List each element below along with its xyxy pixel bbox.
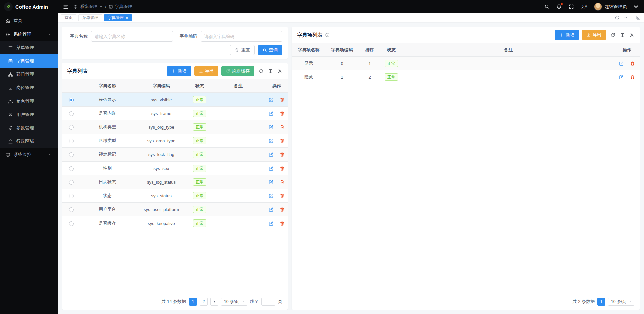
sidebar-item-system-management[interactable]: 系统管理 <box>0 27 58 41</box>
roles-icon <box>8 99 13 104</box>
edit-icon[interactable] <box>269 221 274 226</box>
refresh-table-icon[interactable] <box>610 33 615 38</box>
table-gear-icon[interactable] <box>629 33 634 38</box>
delete-icon[interactable] <box>280 166 285 171</box>
sidebar-item-param-management[interactable]: 参数管理 <box>0 121 58 135</box>
row-radio-button[interactable] <box>69 98 74 102</box>
dict-name-input[interactable] <box>91 31 173 42</box>
page-size-select[interactable]: 10 条/页 <box>221 298 247 306</box>
sidebar-item-menu-management[interactable]: 菜单管理 <box>0 41 58 54</box>
sidebar-item-system-monitor[interactable]: 系统监控 <box>0 148 58 162</box>
delete-icon[interactable] <box>280 111 285 116</box>
row-radio-button[interactable] <box>69 125 74 130</box>
dict-table-row[interactable]: 是否内嵌 sys_frame 正常 <box>62 107 288 120</box>
delete-icon[interactable] <box>630 75 635 80</box>
chevron-down-icon <box>241 300 244 303</box>
edit-icon[interactable] <box>269 111 274 116</box>
app-logo[interactable]: Coffee Admin <box>0 0 58 13</box>
settings-gear-icon[interactable] <box>633 4 639 9</box>
query-button[interactable]: 查询 <box>258 45 282 55</box>
search-icon[interactable] <box>544 4 550 9</box>
dict-table-row[interactable]: 区域类型 sys_area_type 正常 <box>62 134 288 148</box>
row-radio-button[interactable] <box>69 194 74 198</box>
tab-menu-management[interactable]: 菜单管理 <box>78 14 102 21</box>
sidebar-item-dict-management[interactable]: 字典管理 <box>0 54 58 68</box>
row-radio-button[interactable] <box>69 166 74 171</box>
delete-icon[interactable] <box>280 180 285 185</box>
edit-icon[interactable] <box>269 138 274 143</box>
edit-icon[interactable] <box>619 61 624 66</box>
content-fullscreen-icon[interactable] <box>636 15 641 20</box>
dict-table-row[interactable]: 锁定标记 sys_lock_flag 正常 <box>62 148 288 162</box>
column-settings-icon[interactable] <box>620 33 625 38</box>
row-radio-button[interactable] <box>69 180 74 185</box>
dict-table-row[interactable]: 状态 sys_status 正常 <box>62 189 288 203</box>
table-gear-icon[interactable] <box>277 69 282 74</box>
delete-icon[interactable] <box>280 125 285 130</box>
sidebar-item-role-management[interactable]: 角色管理 <box>0 95 58 108</box>
delete-icon[interactable] <box>280 152 285 157</box>
dict-table-row[interactable]: 日志状态 sys_log_status 正常 <box>62 175 288 189</box>
edit-icon[interactable] <box>269 152 274 157</box>
dict-item-table-row[interactable]: 隐藏 1 2 正常 <box>292 70 640 84</box>
page-suffix: 页 <box>278 299 282 305</box>
next-page-button[interactable] <box>210 298 218 306</box>
row-radio-button[interactable] <box>69 207 74 212</box>
close-icon[interactable]: × <box>126 16 128 20</box>
breadcrumb-page[interactable]: 字典管理 <box>109 4 132 10</box>
add-dict-button[interactable]: 新增 <box>167 66 191 76</box>
row-radio-button[interactable] <box>69 152 74 157</box>
sidebar-item-user-management[interactable]: 用户管理 <box>0 108 58 121</box>
sidebar-item-admin-region[interactable]: 行政区域 <box>0 135 58 148</box>
dict-item-table-row[interactable]: 显示 0 1 正常 <box>292 57 640 70</box>
user-menu[interactable]: 超级管理员 <box>594 3 627 11</box>
dict-table-row[interactable]: 是否显示 sys_visible 正常 <box>62 93 288 107</box>
dict-table-row[interactable]: 性别 sys_sex 正常 <box>62 162 288 175</box>
refresh-cache-button[interactable]: 刷新缓存 <box>221 66 254 76</box>
tab-dict-management[interactable]: 字典管理 × <box>104 14 132 21</box>
refresh-icon[interactable] <box>615 15 620 20</box>
notifications-button[interactable] <box>556 4 562 9</box>
edit-icon[interactable] <box>269 166 274 171</box>
page-size-select[interactable]: 10 条/页 <box>608 298 634 306</box>
export-dict-button[interactable]: 导出 <box>194 66 218 76</box>
page-button-1[interactable]: 1 <box>189 298 197 306</box>
delete-icon[interactable] <box>280 138 285 143</box>
sidebar-item-post-management[interactable]: 岗位管理 <box>0 81 58 95</box>
delete-icon[interactable] <box>280 221 285 226</box>
delete-icon[interactable] <box>280 193 285 198</box>
row-radio-button[interactable] <box>69 111 74 116</box>
edit-icon[interactable] <box>269 207 274 212</box>
row-radio-button[interactable] <box>69 221 74 226</box>
dict-table-row[interactable]: 用户平台 sys_user_platform 正常 <box>62 203 288 216</box>
delete-icon[interactable] <box>280 207 285 212</box>
sidebar-item-dept-management[interactable]: 部门管理 <box>0 68 58 81</box>
edit-icon[interactable] <box>269 180 274 185</box>
dict-table-row[interactable]: 机构类型 sys_org_type 正常 <box>62 120 288 134</box>
edit-icon[interactable] <box>269 193 274 198</box>
monitor-icon <box>5 152 10 158</box>
refresh-table-icon[interactable] <box>259 69 264 74</box>
chevron-down-icon[interactable] <box>624 16 628 20</box>
page-button-2[interactable]: 2 <box>200 298 208 306</box>
add-dict-item-button[interactable]: 新增 <box>555 30 579 40</box>
delete-icon[interactable] <box>280 97 285 102</box>
dict-code-input[interactable] <box>201 31 283 42</box>
row-radio-button[interactable] <box>69 139 74 143</box>
jump-page-input[interactable] <box>261 298 275 306</box>
page-button-1[interactable]: 1 <box>597 298 605 306</box>
dict-table-row[interactable]: 是否缓存 sys_keepalive 正常 <box>62 216 288 230</box>
edit-icon[interactable] <box>269 97 274 102</box>
delete-icon[interactable] <box>630 61 635 66</box>
column-settings-icon[interactable] <box>268 69 273 74</box>
breadcrumb-section[interactable]: 系统管理 <box>73 4 103 10</box>
sidebar-toggle-icon[interactable] <box>63 4 69 10</box>
translate-icon[interactable]: 文A <box>581 4 587 10</box>
sidebar-item-home[interactable]: 首页 <box>0 14 58 27</box>
edit-icon[interactable] <box>619 75 624 80</box>
tab-home[interactable]: 首页 <box>61 14 76 21</box>
fullscreen-icon[interactable] <box>569 4 574 9</box>
reset-button[interactable]: 重置 <box>230 45 255 55</box>
export-dict-item-button[interactable]: 导出 <box>582 30 606 40</box>
edit-icon[interactable] <box>269 125 274 130</box>
